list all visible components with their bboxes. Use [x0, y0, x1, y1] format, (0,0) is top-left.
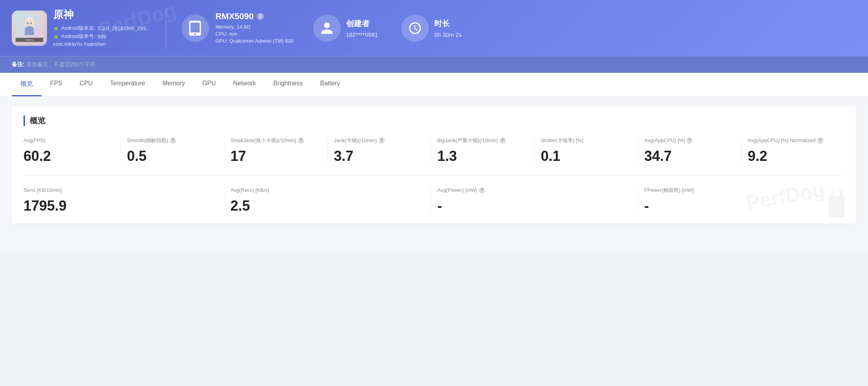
creator-value: 182****0581: [346, 31, 378, 38]
stat-stutter-value: 0.1: [541, 148, 631, 164]
small-jank-help-icon[interactable]: ?: [298, 137, 304, 144]
creator-section: 创建者 182****0581: [313, 14, 378, 42]
duration-value: 0h 30m 2s: [434, 31, 462, 38]
android-icon2: [53, 34, 59, 39]
tab-gpu[interactable]: GPU: [194, 73, 225, 96]
stat-fpower: FPower(帧能耗) [mW] -: [638, 187, 845, 214]
stat-avg-fps-value: 60.2: [23, 148, 114, 164]
stat-app-cpu: Avg(AppCPU) [%] ? 34.7: [638, 137, 742, 164]
stat-send-value: 1795.9: [23, 198, 218, 214]
header-divider: [166, 9, 166, 48]
tab-brightness[interactable]: Brightness: [265, 73, 312, 96]
person-icon: [320, 21, 334, 35]
stat-small-jank-label: SmallJank(微小卡顿)(/10min) ?: [231, 137, 321, 144]
creator-info-block: 创建者 182****0581: [346, 18, 378, 38]
stat-power: Avg(Power) [mW] ? -: [431, 187, 638, 214]
app-package: com.miHoYo.Yuanshen: [53, 41, 150, 47]
stat-power-label: Avg(Power) [mW] ?: [437, 187, 632, 194]
stat-big-jank: BigJank(严重卡顿)(/10min) ? 1.3: [431, 137, 534, 164]
stat-big-jank-label: BigJank(严重卡顿)(/10min) ?: [437, 137, 528, 144]
device-memory: Memory: 14.8G: [215, 24, 293, 30]
stats-row-1: Avg(FPS) 60.2 Smooth(稳帧指数) ? 0.5 SmallJa…: [23, 137, 845, 176]
notes-placeholder[interactable]: 添加备注，不超过200个字符: [26, 61, 96, 67]
notes-bar: 备注: 添加备注，不超过200个字符: [0, 56, 868, 73]
stat-app-cpu-label: Avg(AppCPU) [%] ?: [644, 137, 735, 144]
stat-jank-label: Jank(卡顿)(/10min) ?: [334, 137, 424, 144]
stat-fpower-label: FPower(帧能耗) [mW]: [644, 187, 839, 194]
section-title: 概览: [23, 115, 845, 126]
app-cpu-help-icon[interactable]: ?: [686, 137, 693, 144]
main-content: PerfDog 概览 Avg(FPS) 60.2 Smooth(稳帧指数) ?: [0, 97, 868, 253]
tablet-icon: [188, 21, 203, 36]
app-icon: miHoYo: [12, 11, 47, 46]
big-jank-help-icon[interactable]: ?: [500, 137, 506, 144]
stats-row-2: Send [KB/10min] 1795.9 Avg(Recv) [KB/s] …: [23, 187, 845, 214]
stat-app-cpu-norm: Avg(AppCPU) [%] Normalized ? 9.2: [742, 137, 845, 164]
creator-circle-icon: [313, 14, 341, 42]
android-version-no: Android版本号: 939: [53, 33, 150, 40]
tab-fps[interactable]: FPS: [42, 73, 71, 96]
svg-point-3: [31, 22, 32, 24]
device-name: RMX5090 ℹ: [215, 11, 293, 22]
duration-label: 时长: [434, 18, 462, 29]
app-header: miHoYo 原神 Android版本名: 5.3.0_29183395_293…: [0, 0, 868, 56]
stat-smooth-label: Smooth(稳帧指数) ?: [127, 137, 217, 144]
stat-avg-fps: Avg(FPS) 60.2: [23, 137, 121, 164]
app-text-block: 原神 Android版本名: 5.3.0_29183395_293... And…: [53, 8, 150, 48]
stat-jank-value: 3.7: [334, 148, 424, 164]
tab-memory[interactable]: Memory: [154, 73, 194, 96]
stat-recv: Avg(Recv) [KB/s] 2.5: [224, 187, 431, 214]
app-cpu-norm-help-icon[interactable]: ?: [817, 137, 823, 144]
device-circle-icon: [182, 14, 209, 42]
tab-overview[interactable]: 概览: [12, 73, 42, 96]
svg-point-2: [27, 22, 29, 24]
duration-section: 时长 0h 30m 2s: [401, 14, 462, 42]
device-section: RMX5090 ℹ Memory: 14.8G CPU: sun GPU: Qu…: [182, 11, 293, 45]
stat-smooth: Smooth(稳帧指数) ? 0.5: [121, 137, 224, 164]
app-name: 原神: [53, 8, 150, 22]
stat-jank: Jank(卡顿)(/10min) ? 3.7: [328, 137, 431, 164]
android-version-name: Android版本名: 5.3.0_29183395_293...: [53, 25, 150, 32]
clock-icon: [408, 21, 422, 35]
stat-app-cpu-value: 34.7: [644, 148, 735, 164]
jank-help-icon[interactable]: ?: [379, 137, 385, 144]
device-info-block: RMX5090 ℹ Memory: 14.8G CPU: sun GPU: Qu…: [215, 11, 293, 45]
stat-smooth-value: 0.5: [127, 148, 217, 164]
tab-battery[interactable]: Battery: [311, 73, 348, 96]
device-info-badge[interactable]: ℹ: [257, 13, 264, 20]
stat-stutter-label: Stutter(卡顿率) [%]: [541, 137, 631, 144]
power-help-icon[interactable]: ?: [479, 187, 485, 193]
tab-temperature[interactable]: Temperature: [101, 73, 154, 96]
tab-cpu[interactable]: CPU: [71, 73, 101, 96]
duration-info-block: 时长 0h 30m 2s: [434, 18, 462, 38]
android-icon: [53, 25, 59, 31]
overview-card: PerfDog 概览 Avg(FPS) 60.2 Smooth(稳帧指数) ?: [12, 106, 856, 224]
stat-stutter: Stutter(卡顿率) [%] 0.1: [534, 137, 638, 164]
notes-label: 备注:: [12, 61, 25, 67]
creator-label: 创建者: [346, 18, 378, 29]
stat-fpower-value: -: [644, 198, 839, 214]
stat-send-label: Send [KB/10min]: [23, 187, 218, 194]
device-gpu: GPU: Qualcomm Adreno (TM) 830: [215, 38, 293, 44]
stat-app-cpu-norm-value: 9.2: [748, 148, 838, 164]
stat-small-jank-value: 17: [231, 148, 321, 164]
stat-recv-value: 2.5: [231, 198, 425, 214]
stat-avg-fps-label: Avg(FPS): [23, 137, 114, 144]
smooth-help-icon[interactable]: ?: [170, 137, 176, 144]
tab-network[interactable]: Network: [224, 73, 265, 96]
duration-circle-icon: [401, 14, 429, 42]
stat-app-cpu-norm-label: Avg(AppCPU) [%] Normalized ?: [748, 137, 838, 144]
stat-small-jank: SmallJank(微小卡顿)(/10min) ? 17: [224, 137, 328, 164]
app-info-section: miHoYo 原神 Android版本名: 5.3.0_29183395_293…: [12, 8, 150, 48]
svg-text:miHoYo: miHoYo: [25, 38, 34, 41]
stat-power-value: -: [437, 198, 632, 214]
stat-recv-label: Avg(Recv) [KB/s]: [231, 187, 425, 194]
nav-tabs: 概览 FPS CPU Temperature Memory GPU Networ…: [0, 73, 868, 97]
device-cpu: CPU: sun: [215, 31, 293, 37]
stat-send: Send [KB/10min] 1795.9: [23, 187, 224, 214]
stat-big-jank-value: 1.3: [437, 148, 528, 164]
